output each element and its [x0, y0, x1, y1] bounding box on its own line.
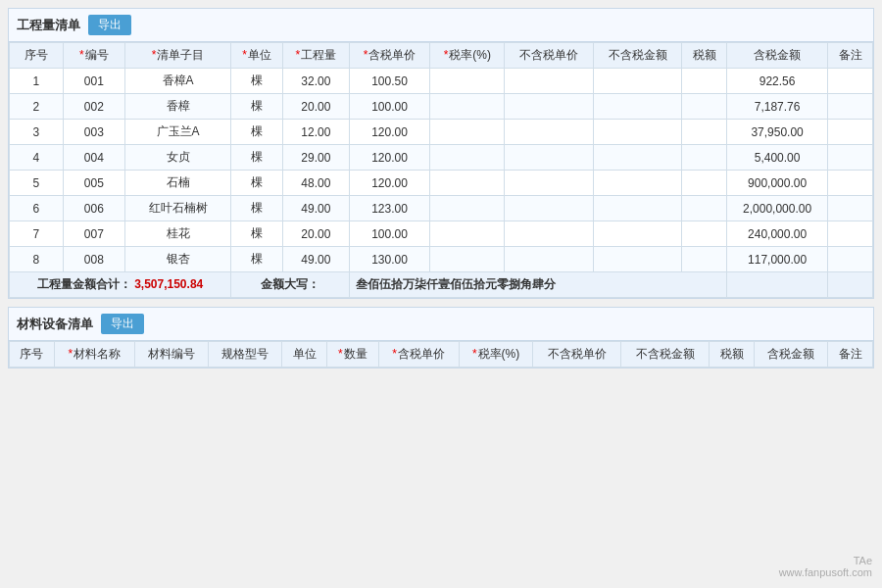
table-row: 5005石楠棵48.00120.00900,000.00	[10, 171, 873, 196]
amount-label: 金额大写：	[231, 272, 350, 298]
table-row: 1001香樟A棵32.00100.50922.56	[10, 69, 873, 94]
s2-col-spec: 规格型号	[209, 342, 282, 368]
col-tax-unit-price: *含税单价	[349, 43, 430, 69]
section1-header-row: 序号 *编号 *清单子目 *单位 *工程量 *含税单价 *税率(%) 不含税单价…	[10, 43, 873, 69]
table-row: 2002香樟棵20.00100.007,187.76	[10, 94, 873, 120]
col-tax-amount: 含税金额	[727, 43, 828, 69]
section2-header: 材料设备清单 导出	[9, 308, 873, 341]
s2-col-tax-amount: 含税金额	[755, 342, 828, 368]
section1-header: 工程量清单 导出	[9, 9, 873, 42]
table-row: 3003广玉兰A棵12.00120.0037,950.00	[10, 120, 873, 145]
s2-col-tax-unit-price: *含税单价	[378, 342, 459, 368]
section1-footer-row: 工程量金额合计： 3,507,150.84 金额大写： 叁佰伍拾万柒仟壹佰伍拾元…	[10, 272, 873, 298]
s2-col-no-tax-amount: 不含税金额	[621, 342, 710, 368]
material-equipment-section: 材料设备清单 导出 序号 *材料名称 材料编号 规格型号 单位 *数量 *含税单…	[8, 307, 874, 368]
section2-header-row: 序号 *材料名称 材料编号 规格型号 单位 *数量 *含税单价 *税率(%) 不…	[10, 342, 873, 368]
table-row: 7007桂花棵20.00100.00240,000.00	[10, 221, 873, 247]
section2-title: 材料设备清单	[17, 316, 93, 333]
table-row: 6006红叶石楠树棵49.00123.002,000,000.00	[10, 196, 873, 221]
s2-col-tax: 税额	[710, 342, 755, 368]
col-tax-rate: *税率(%)	[430, 43, 505, 69]
section2-table-wrapper: 序号 *材料名称 材料编号 规格型号 单位 *数量 *含税单价 *税率(%) 不…	[9, 341, 873, 368]
col-code: *编号	[63, 43, 124, 69]
s2-col-seq: 序号	[10, 342, 55, 368]
section1-title: 工程量清单	[17, 17, 80, 34]
col-unit: *单位	[231, 43, 283, 69]
col-no-tax-unit-price: 不含税单价	[505, 43, 593, 69]
col-remark: 备注	[828, 43, 873, 69]
col-no-tax-amount: 不含税金额	[593, 43, 681, 69]
s2-col-code: 材料编号	[134, 342, 208, 368]
col-item: *清单子目	[124, 43, 230, 69]
table-row: 4004女贞棵29.00120.005,400.00	[10, 145, 873, 171]
s2-col-tax-rate: *税率(%)	[459, 342, 533, 368]
table-row: 8008银杏棵49.00130.00117,000.00	[10, 247, 873, 272]
section2-table: 序号 *材料名称 材料编号 规格型号 单位 *数量 *含税单价 *税率(%) 不…	[9, 341, 873, 368]
s2-col-name: *材料名称	[54, 342, 134, 368]
section2-export-button[interactable]: 导出	[101, 314, 144, 334]
engineering-quantity-section: 工程量清单 导出 序号 *编号 *清单子目 *单位 *工程量 *含税单价 *税率…	[8, 8, 874, 299]
s2-col-unit: 单位	[282, 342, 327, 368]
col-tax: 税额	[682, 43, 727, 69]
footer-tax-amount	[727, 272, 828, 298]
s2-col-quantity: *数量	[326, 342, 378, 368]
s2-col-remark: 备注	[828, 342, 873, 368]
amount-chinese: 叁佰伍拾万柒仟壹佰伍拾元零捌角肆分	[349, 272, 726, 298]
section1-table: 序号 *编号 *清单子目 *单位 *工程量 *含税单价 *税率(%) 不含税单价…	[9, 42, 873, 298]
total-label: 工程量金额合计： 3,507,150.84	[10, 272, 231, 298]
col-seq: 序号	[10, 43, 64, 69]
section1-export-button[interactable]: 导出	[88, 15, 131, 35]
s2-col-no-tax-unit-price: 不含税单价	[533, 342, 621, 368]
col-quantity: *工程量	[282, 43, 349, 69]
section1-table-wrapper: 序号 *编号 *清单子目 *单位 *工程量 *含税单价 *税率(%) 不含税单价…	[9, 42, 873, 298]
footer-remark	[828, 272, 873, 298]
